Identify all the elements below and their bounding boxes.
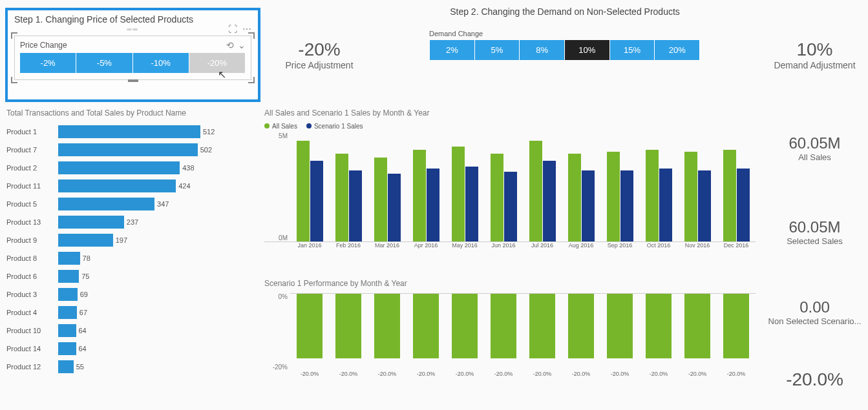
month-column-group [452, 147, 478, 241]
month-column-group [607, 152, 633, 241]
product-bar-row: Product 7502 [6, 141, 262, 159]
product-bar-row: Product 467 [6, 303, 262, 322]
month-column-group [374, 158, 401, 241]
product-bar-chart: Total Transactions and Total Sales by Pr… [6, 106, 262, 410]
non-selected-scenario-kpi: 0.00 Non Selected Scenario... [758, 298, 868, 326]
perf-bar [529, 294, 555, 358]
perf-bar [413, 294, 439, 358]
clear-filter-icon[interactable]: ⟲ [226, 40, 234, 50]
month-column-group [491, 154, 517, 241]
legend-scenario-sales: Scenario 1 Sales [306, 123, 363, 130]
product-bar-row: Product 5347 [6, 195, 262, 213]
yaxis: 5M0M [264, 132, 290, 241]
product-chart-title: Total Transactions and Total Sales by Pr… [6, 108, 262, 118]
product-bar-row: Product 13237 [6, 213, 262, 231]
perf-bar [723, 294, 749, 358]
all-sales-kpi: 60.05M All Sales [758, 134, 868, 162]
price-adjustment-kpi: -20% Price Adjustment [264, 6, 374, 103]
perf-bar [297, 294, 323, 358]
sales-column-chart: All Sales and Scenario 1 Sales by Month … [264, 106, 756, 274]
month-column-group [723, 150, 750, 241]
step1-panel: Step 1. Changing Price of Selected Produ… [6, 6, 262, 103]
month-column-group [684, 152, 711, 241]
month-column-group [413, 150, 439, 241]
perf-bar [646, 294, 672, 358]
scenario-performance-chart: Scenario 1 Performance by Month & Year 0… [264, 276, 756, 410]
month-column-group [646, 150, 672, 241]
price-option-button[interactable]: -2% [20, 53, 76, 73]
perf-bar [568, 294, 594, 358]
perf-bar [684, 294, 710, 358]
demand-option-button[interactable]: 2% [430, 40, 475, 60]
price-change-slicer: Price Change ⟲ ⌄ -2%-5%-10%-20% [14, 36, 251, 80]
performance-kpi: -20.0% [758, 369, 868, 390]
price-option-button[interactable]: -5% [76, 53, 132, 73]
demand-option-button[interactable]: 15% [610, 40, 655, 60]
product-bar-row: Product 9197 [6, 231, 262, 249]
perf-bar [607, 294, 633, 358]
legend-all-sales: All Sales [264, 123, 297, 130]
product-bar-row: Product 1064 [6, 322, 262, 340]
step2-title: Step 2. Changing the Demand on Non-Selec… [374, 6, 756, 17]
price-slicer-label: Price Change [20, 41, 67, 50]
demand-adjustment-kpi: 10% Demand Adjustment [758, 6, 868, 103]
product-bar-row: Product 369 [6, 285, 262, 303]
product-bar-row: Product 2438 [6, 159, 262, 177]
step1-title: Step 1. Changing Price of Selected Produ… [14, 14, 251, 25]
focus-mode-icon[interactable]: ⛶ [228, 24, 237, 34]
month-column-group [297, 141, 323, 241]
demand-option-button[interactable]: 8% [520, 40, 565, 60]
selected-sales-kpi: 60.05M Selected Sales [758, 218, 868, 246]
perf-bar [491, 294, 516, 358]
perf-bar [335, 294, 361, 358]
product-bar-row: Product 675 [6, 267, 262, 285]
product-bar-row: Product 1512 [6, 123, 262, 141]
perf-bar [452, 294, 478, 358]
demand-option-button[interactable]: 5% [475, 40, 520, 60]
month-column-group [335, 154, 362, 241]
product-bar-row: Product 878 [6, 249, 262, 267]
price-option-button[interactable]: -20% [189, 53, 246, 73]
chevron-down-icon[interactable]: ⌄ [238, 40, 246, 50]
product-bar-row: Product 11424 [6, 177, 262, 195]
demand-change-slicer: Demand Change 2%5%8%10%15%20% [429, 30, 701, 61]
price-option-button[interactable]: -10% [133, 53, 189, 73]
demand-option-button[interactable]: 20% [655, 40, 700, 60]
perf-bar [374, 294, 400, 358]
month-column-group [568, 154, 595, 241]
demand-slicer-label: Demand Change [429, 30, 701, 37]
demand-option-button[interactable]: 10% [565, 40, 610, 60]
product-bar-row: Product 1255 [6, 358, 262, 376]
yaxis2: 0%-20% [264, 293, 290, 371]
product-bar-row: Product 1464 [6, 340, 262, 358]
month-column-group [529, 141, 556, 241]
